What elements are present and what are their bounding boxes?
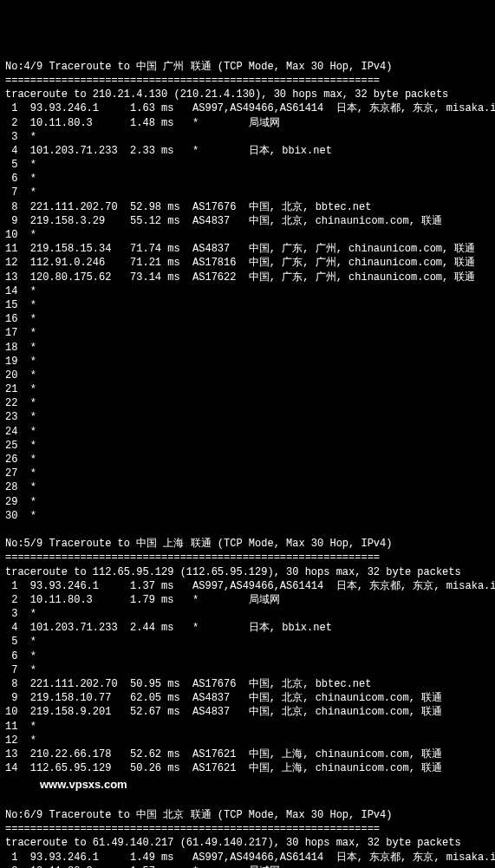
hop-row: 22 * [5, 396, 490, 410]
hop-row: 19 * [5, 355, 490, 369]
hop-row: 15 * [5, 298, 490, 312]
blank-line [5, 523, 490, 537]
hop-row: 4 101.203.71.233 2.44 ms * 日本, bbix.net [5, 621, 490, 635]
hop-row: 2 10.11.80.3 1.57 ms * 局域网 [5, 865, 490, 868]
hop-row: 11 * [5, 720, 490, 734]
hop-row: 28 * [5, 480, 490, 494]
terminal-output: No:4/9 Traceroute to 中国 广州 联通 (TCP Mode,… [5, 60, 490, 868]
watermark: www.vpsxs.com [5, 775, 490, 794]
hop-row: 3 * [5, 607, 490, 621]
hop-row: 4 101.203.71.233 2.33 ms * 日本, bbix.net [5, 144, 490, 158]
divider: ========================================… [5, 551, 490, 565]
hop-row: 2 10.11.80.3 1.48 ms * 局域网 [5, 116, 490, 130]
trace-header: traceroute to 112.65.95.129 (112.65.95.1… [5, 565, 490, 579]
hop-row: 5 * [5, 158, 490, 172]
trace-header: traceroute to 61.49.140.217 (61.49.140.2… [5, 836, 490, 850]
hop-row: 10 * [5, 228, 490, 242]
hop-row: 9 219.158.3.29 55.12 ms AS4837 中国, 北京, c… [5, 214, 490, 228]
hop-row: 13 210.22.66.178 52.62 ms AS17621 中国, 上海… [5, 747, 490, 761]
hop-row: 21 * [5, 382, 490, 396]
hop-row: 27 * [5, 467, 490, 480]
hop-row: 14 112.65.95.129 50.26 ms AS17621 中国, 上海… [5, 761, 490, 775]
hop-row: 20 * [5, 369, 490, 382]
hop-row: 18 * [5, 341, 490, 355]
hop-row: 1 93.93.246.1 1.49 ms AS997,AS49466,AS61… [5, 851, 490, 865]
blank-line [5, 794, 490, 808]
hop-row: 3 * [5, 130, 490, 144]
hop-row: 12 112.91.0.246 71.21 ms AS17816 中国, 广东,… [5, 256, 490, 270]
hop-row: 11 219.158.15.34 71.74 ms AS4837 中国, 广东,… [5, 242, 490, 256]
hop-row: 8 221.111.202.70 50.95 ms AS17676 中国, 北京… [5, 677, 490, 691]
hop-row: 2 10.11.80.3 1.79 ms * 局域网 [5, 593, 490, 607]
divider: ========================================… [5, 74, 490, 88]
hop-row: 1 93.93.246.1 1.37 ms AS997,AS49466,AS61… [5, 579, 490, 593]
hop-row: 12 * [5, 734, 490, 747]
section-title: No:4/9 Traceroute to 中国 广州 联通 (TCP Mode,… [5, 60, 490, 74]
hop-row: 8 221.111.202.70 52.98 ms AS17676 中国, 北京… [5, 200, 490, 214]
hop-row: 17 * [5, 326, 490, 340]
hop-row: 16 * [5, 312, 490, 326]
trace-header: traceroute to 210.21.4.130 (210.21.4.130… [5, 88, 490, 101]
hop-row: 23 * [5, 410, 490, 424]
hop-row: 30 * [5, 509, 490, 523]
hop-row: 6 * [5, 172, 490, 186]
hop-row: 1 93.93.246.1 1.63 ms AS997,AS49466,AS61… [5, 101, 490, 115]
hop-row: 7 * [5, 186, 490, 199]
hop-row: 7 * [5, 663, 490, 677]
section-title: No:5/9 Traceroute to 中国 上海 联通 (TCP Mode,… [5, 537, 490, 551]
hop-row: 13 120.80.175.62 73.14 ms AS17622 中国, 广东… [5, 271, 490, 284]
divider: ========================================… [5, 822, 490, 836]
hop-row: 29 * [5, 495, 490, 509]
hop-row: 10 219.158.9.201 52.67 ms AS4837 中国, 北京,… [5, 705, 490, 719]
hop-row: 14 * [5, 284, 490, 298]
hop-row: 26 * [5, 453, 490, 467]
hop-row: 9 219.158.10.77 62.05 ms AS4837 中国, 北京, … [5, 691, 490, 705]
hop-row: 6 * [5, 649, 490, 663]
hop-row: 5 * [5, 635, 490, 649]
hop-row: 24 * [5, 425, 490, 439]
section-title: No:6/9 Traceroute to 中国 北京 联通 (TCP Mode,… [5, 808, 490, 822]
hop-row: 25 * [5, 439, 490, 453]
